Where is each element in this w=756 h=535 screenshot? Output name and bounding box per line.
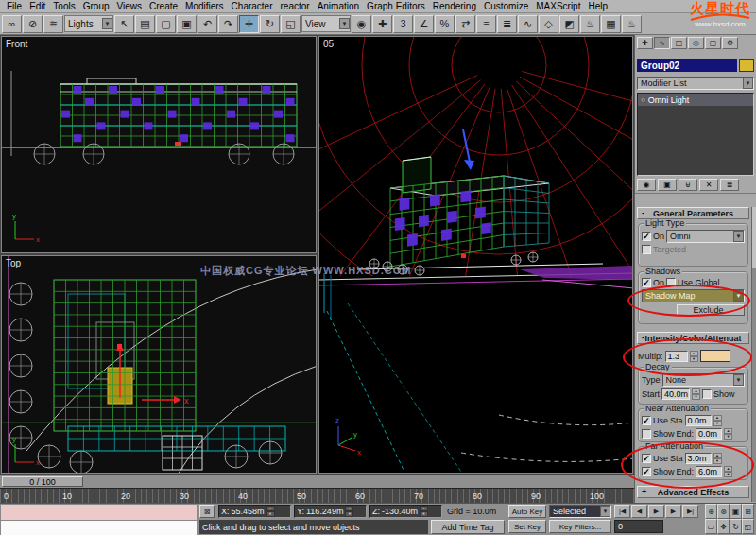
menu-item-views[interactable]: Views: [113, 1, 146, 11]
use-global-checkbox[interactable]: [666, 278, 676, 287]
light-type-dropdown[interactable]: Omni ▼: [666, 230, 745, 243]
far-show-checkbox[interactable]: ✓: [642, 467, 651, 476]
select-and-manipulate-icon[interactable]: ✚: [372, 15, 392, 33]
menu-item-animation[interactable]: Animation: [314, 1, 363, 11]
x-spinner[interactable]: ▲▼: [266, 506, 275, 517]
reference-coordinate-dropdown[interactable]: View▼: [301, 15, 351, 32]
time-slider-handle[interactable]: 0 / 100: [2, 476, 83, 487]
zoom-icon[interactable]: ⊕: [705, 504, 717, 519]
y-coordinate-field[interactable]: Y: 116.249m ▲▼: [294, 505, 367, 518]
previous-frame-button[interactable]: ◀: [631, 505, 647, 518]
menu-item-reactor[interactable]: reactor: [277, 1, 314, 11]
menu-item-rendering[interactable]: Rendering: [429, 1, 480, 11]
menu-item-tools[interactable]: Tools: [49, 1, 78, 11]
menu-item-group[interactable]: Group: [79, 1, 113, 11]
menu-item-character[interactable]: Character: [228, 1, 277, 11]
make-unique-icon[interactable]: ⊎: [679, 179, 697, 191]
menu-item-edit[interactable]: Edit: [26, 1, 49, 11]
render-type-icon[interactable]: ▦: [601, 15, 621, 33]
multiplier-spinner[interactable]: ▲▼: [690, 351, 698, 362]
selection-lock-toggle[interactable]: ⊠: [199, 505, 215, 518]
decay-type-dropdown[interactable]: None ▼: [662, 373, 745, 387]
go-to-start-button[interactable]: |◀: [614, 505, 630, 518]
select-and-scale-icon[interactable]: ◱: [281, 15, 301, 33]
selection-region-icon[interactable]: ▢: [156, 15, 176, 33]
far-start-field[interactable]: 3.0m: [685, 453, 712, 464]
window-crossing-icon[interactable]: ▣: [177, 15, 197, 33]
near-show-checkbox[interactable]: [642, 429, 651, 439]
schematic-view-icon[interactable]: ◇: [539, 15, 558, 33]
selection-filter-dropdown[interactable]: Lights▼: [64, 15, 113, 32]
panel-scrollbar[interactable]: [751, 207, 756, 502]
bind-spacewarp-icon[interactable]: ≋: [43, 15, 63, 33]
tab-modify[interactable]: ∿: [654, 37, 670, 49]
near-end-field[interactable]: 0.0m: [696, 428, 722, 440]
next-frame-button[interactable]: ▶: [665, 505, 681, 518]
far-start-spinner[interactable]: ▲▼: [713, 453, 722, 464]
snap-toggle-icon[interactable]: 3: [393, 15, 413, 33]
pan-icon[interactable]: ✥: [717, 519, 730, 534]
y-spinner[interactable]: ▲▼: [345, 506, 353, 517]
tab-display[interactable]: ▢: [705, 37, 721, 49]
rollout-intensity-color-attenuation[interactable]: - Intensity/Color/Attenuat: [637, 332, 749, 344]
menu-item-maxscript[interactable]: MAXScript: [532, 1, 584, 11]
tab-motion[interactable]: ◎: [688, 37, 704, 49]
menu-item-modifiers[interactable]: Modifiers: [181, 1, 228, 11]
menu-item-graph-editors[interactable]: Graph Editors: [363, 1, 429, 11]
select-object-icon[interactable]: ↖: [114, 15, 134, 33]
menu-item-file[interactable]: File: [3, 1, 26, 11]
scrollbar-thumb[interactable]: [752, 207, 756, 268]
min-max-toggle-icon[interactable]: ◱: [742, 519, 754, 534]
current-frame-field[interactable]: 0: [614, 520, 663, 533]
unlink-selection-icon[interactable]: ⊘: [23, 15, 43, 33]
track-ruler[interactable]: 0102030405060708090100: [0, 488, 634, 503]
undo-icon[interactable]: ↶: [198, 15, 217, 33]
add-time-tag-button[interactable]: Add Time Tag: [431, 520, 505, 534]
quick-render-icon[interactable]: ♨: [622, 15, 642, 33]
key-mode-dropdown[interactable]: Selected ▼: [549, 505, 611, 518]
select-by-name-icon[interactable]: ▤: [135, 15, 155, 33]
play-button[interactable]: ▶: [648, 505, 664, 518]
select-and-rotate-icon[interactable]: ↻: [260, 15, 280, 33]
rollout-advanced-effects[interactable]: + Advanced Effects: [637, 486, 749, 498]
targeted-checkbox[interactable]: [642, 245, 651, 254]
tab-create[interactable]: ✚: [637, 37, 653, 49]
exclude-button[interactable]: Exclude..: [677, 304, 745, 316]
menu-item-help[interactable]: Help: [584, 1, 611, 11]
shadows-on-checkbox[interactable]: ✓: [642, 278, 651, 287]
near-start-spinner[interactable]: ▲▼: [713, 415, 722, 426]
go-to-end-button[interactable]: ▶|: [682, 505, 698, 518]
configure-modifier-sets-icon[interactable]: ≣: [720, 179, 739, 191]
object-color-swatch[interactable]: [739, 59, 754, 72]
material-editor-icon[interactable]: ◩: [559, 15, 579, 33]
curve-editor-icon[interactable]: ∿: [518, 15, 538, 33]
viewport-front[interactable]: x y Front: [1, 36, 317, 253]
percent-snap-icon[interactable]: %: [435, 15, 455, 33]
render-setup-icon[interactable]: ♨: [580, 15, 600, 33]
far-use-checkbox[interactable]: ✓: [642, 454, 651, 463]
select-and-move-icon[interactable]: ✛: [239, 15, 259, 33]
select-link-icon[interactable]: ∞: [2, 15, 22, 33]
align-icon[interactable]: ≡: [476, 15, 496, 33]
stack-item-omni-light[interactable]: ○ Omni Light: [638, 94, 753, 106]
far-end-spinner[interactable]: ▲▼: [724, 466, 732, 477]
x-coordinate-field[interactable]: X: 55.458m ▲▼: [218, 505, 291, 518]
set-key-button[interactable]: Set Key: [508, 520, 546, 533]
menu-item-customize[interactable]: Customize: [480, 1, 532, 11]
field-of-view-icon[interactable]: ▭: [705, 519, 717, 534]
zoom-extents-all-icon[interactable]: ⊞: [742, 504, 754, 519]
viewport-camera[interactable]: x y z 05: [318, 36, 633, 474]
zoom-all-icon[interactable]: ⊛: [717, 504, 730, 519]
listener-script-row[interactable]: [0, 520, 198, 535]
shadow-type-dropdown[interactable]: Shadow Map ▼: [642, 289, 745, 302]
modifier-stack[interactable]: ○ Omni Light: [637, 93, 754, 176]
near-start-field[interactable]: 0.0m: [685, 415, 712, 426]
decay-start-field[interactable]: 40.0m: [662, 388, 690, 400]
pin-stack-icon[interactable]: ◉: [637, 179, 656, 191]
object-name-field[interactable]: Group02: [637, 59, 737, 72]
decay-show-checkbox[interactable]: [702, 389, 712, 399]
redo-icon[interactable]: ↷: [218, 15, 238, 33]
auto-key-button[interactable]: Auto Key: [508, 505, 546, 518]
far-end-field[interactable]: 6.0m: [696, 466, 722, 477]
use-pivot-center-icon[interactable]: ◉: [352, 15, 371, 33]
